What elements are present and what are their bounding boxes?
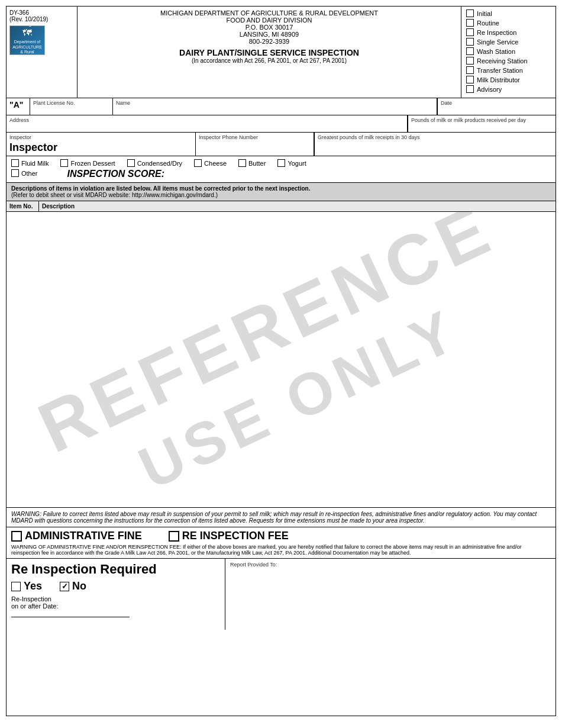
row-warning-header: Descriptions of items in violation are l… bbox=[7, 183, 555, 201]
watermark: REFERENCE USE ONLY bbox=[7, 212, 555, 508]
form-page: DY-366 (Rev. 10/2019) Michigan 🗺 Departm… bbox=[6, 6, 556, 716]
cb-yogurt-box[interactable] bbox=[277, 159, 285, 167]
warning-subtext: (Refer to debit sheet or visit MDARD web… bbox=[11, 192, 218, 198]
footer-warning: WARNING: Failure to correct items listed… bbox=[7, 508, 555, 527]
reinspection-date-input[interactable] bbox=[11, 610, 130, 617]
cb-other-box[interactable] bbox=[11, 169, 19, 177]
re-inspection-fee-checkbox[interactable] bbox=[169, 531, 179, 542]
division-name: FOOD AND DAIRY DIVISION bbox=[80, 17, 458, 24]
pounds-label: Pounds of milk or milk products received… bbox=[411, 117, 553, 123]
cell-reinspection: Re Inspection Required Yes ✓ No Re-Inspe… bbox=[7, 559, 225, 630]
cb-wash-station-box[interactable] bbox=[466, 47, 474, 55]
logo-area: Michigan 🗺 Department ofAGRICULTURE& Rur… bbox=[9, 25, 74, 55]
cb-condensed-dry[interactable]: Condensed/Dry bbox=[127, 159, 182, 167]
cb-milk-distributor[interactable]: Milk Distributor bbox=[466, 76, 551, 83]
cb-transfer-station[interactable]: Transfer Station bbox=[466, 66, 551, 74]
admin-fine-checkbox[interactable] bbox=[11, 531, 22, 542]
cb-frozen-dessert-box[interactable] bbox=[60, 159, 68, 167]
cb-routine-label: Routine bbox=[477, 20, 499, 27]
cb-re-inspection-box[interactable] bbox=[466, 28, 474, 36]
cell-pounds: Pounds of milk or milk products received… bbox=[408, 115, 555, 132]
content-area: REFERENCE USE ONLY bbox=[7, 212, 555, 508]
license-input[interactable] bbox=[33, 106, 109, 113]
cb-frozen-dessert[interactable]: Frozen Dessert bbox=[60, 159, 115, 167]
cb-cheese[interactable]: Cheese bbox=[194, 159, 227, 167]
cb-routine[interactable]: Routine bbox=[466, 19, 551, 27]
col-description-header: Description bbox=[39, 201, 555, 211]
a-label: "A" bbox=[7, 98, 30, 115]
cb-advisory[interactable]: Advisory bbox=[466, 85, 551, 93]
cb-condensed-dry-label: Condensed/Dry bbox=[137, 160, 182, 167]
cb-wash-station[interactable]: Wash Station bbox=[466, 47, 551, 55]
cb-milk-distributor-label: Milk Distributor bbox=[477, 76, 520, 83]
row-address: Address Pounds of milk or milk products … bbox=[7, 115, 555, 133]
cb-butter[interactable]: Butter bbox=[238, 159, 266, 167]
agency-name: MICHIGAN DEPARTMENT OF AGRICULTURE & RUR… bbox=[80, 9, 458, 17]
description-label: Description bbox=[42, 203, 75, 210]
phone-input[interactable] bbox=[199, 140, 311, 147]
cb-condensed-dry-box[interactable] bbox=[127, 159, 135, 167]
admin-warning-text: WARNING OF ADMINISTRATIVE FINE AND/OR RE… bbox=[11, 544, 551, 556]
cb-receiving-station-box[interactable] bbox=[466, 57, 474, 65]
header-section: DY-366 (Rev. 10/2019) Michigan 🗺 Departm… bbox=[7, 7, 555, 98]
inspection-score: INSPECTION SCORE: bbox=[67, 169, 164, 179]
table-header-row: Item No. Description bbox=[7, 201, 555, 212]
name-input[interactable] bbox=[116, 106, 434, 113]
cb-cheese-label: Cheese bbox=[204, 160, 227, 167]
cb-initial-box[interactable] bbox=[466, 9, 474, 17]
row-a: "A" Plant License No. Name Date bbox=[7, 98, 555, 115]
cb-receiving-station[interactable]: Receiving Station bbox=[466, 57, 551, 65]
bottom-row: Re Inspection Required Yes ✓ No Re-Inspe… bbox=[7, 559, 555, 630]
row-inspector: Inspector Inspector Inspector Phone Numb… bbox=[7, 133, 555, 156]
cb-single-service-box[interactable] bbox=[466, 38, 474, 46]
footer-warning-text: WARNING: Failure to correct items listed… bbox=[11, 511, 537, 524]
cb-initial[interactable]: Initial bbox=[466, 9, 551, 17]
cb-wash-station-label: Wash Station bbox=[477, 48, 515, 55]
phone-label: Inspector Phone Number bbox=[199, 134, 311, 140]
cb-butter-label: Butter bbox=[248, 160, 266, 167]
cb-other[interactable]: Other bbox=[11, 169, 38, 177]
address-label: Address bbox=[9, 117, 404, 123]
report-provided-label: Report Provided To: bbox=[230, 562, 551, 568]
cb-routine-box[interactable] bbox=[466, 19, 474, 27]
cb-butter-box[interactable] bbox=[238, 159, 246, 167]
reinspection-required-title: Re Inspection Required bbox=[11, 562, 220, 577]
cb-milk-distributor-box[interactable] bbox=[466, 76, 474, 83]
address-input[interactable] bbox=[9, 123, 404, 130]
cb-receiving-station-label: Receiving Station bbox=[477, 57, 528, 65]
cb-cheese-box[interactable] bbox=[194, 159, 202, 167]
cb-single-service[interactable]: Single Service bbox=[466, 38, 551, 46]
re-inspection-fee-label: RE INSPECTION FEE bbox=[182, 530, 289, 542]
pounds-input[interactable] bbox=[411, 123, 553, 130]
yes-checkbox[interactable] bbox=[11, 582, 21, 591]
report-provided-textarea[interactable] bbox=[230, 568, 551, 621]
cell-report: Report Provided To: bbox=[225, 559, 555, 630]
form-subtitle: (In accordance with Act 266, PA 2001, or… bbox=[80, 57, 458, 64]
cb-transfer-station-box[interactable] bbox=[466, 66, 474, 74]
inspector-label: Inspector bbox=[9, 134, 192, 140]
cb-other-label: Other bbox=[21, 170, 38, 177]
item-no-label: Item No. bbox=[9, 203, 35, 210]
po-box: P.O. BOX 30017 bbox=[80, 24, 458, 31]
cb-yogurt[interactable]: Yogurt bbox=[277, 159, 306, 167]
no-checkbox[interactable]: ✓ bbox=[60, 582, 69, 591]
greatest-input[interactable] bbox=[318, 140, 553, 147]
type-checkboxes: Initial Routine Re Inspection Single Ser… bbox=[461, 7, 555, 98]
cb-fluid-milk-box[interactable] bbox=[11, 159, 19, 167]
cell-greatest: Greatest pounds of milk receipts in 30 d… bbox=[314, 133, 555, 156]
form-number: DY-366 bbox=[9, 9, 74, 16]
cell-address: Address bbox=[7, 115, 408, 132]
cb-advisory-box[interactable] bbox=[466, 85, 474, 93]
cb-fluid-milk[interactable]: Fluid Milk bbox=[11, 159, 49, 167]
no-label: No bbox=[72, 580, 86, 592]
admin-fine-label: ADMINISTRATIVE FINE bbox=[25, 530, 142, 542]
cell-license: Plant License No. bbox=[30, 98, 113, 115]
cb-re-inspection[interactable]: Re Inspection bbox=[466, 28, 551, 36]
col-item-no-header: Item No. bbox=[7, 201, 39, 211]
cb-frozen-dessert-label: Frozen Dessert bbox=[70, 160, 115, 167]
inspector-value: Inspector bbox=[9, 140, 192, 154]
watermark-line2: USE ONLY bbox=[35, 250, 555, 508]
admin-title-row: ADMINISTRATIVE FINE RE INSPECTION FEE bbox=[11, 530, 551, 542]
reinspection-date-label: Re-Inspection on or after Date: bbox=[11, 595, 220, 617]
date-input[interactable] bbox=[441, 106, 553, 113]
